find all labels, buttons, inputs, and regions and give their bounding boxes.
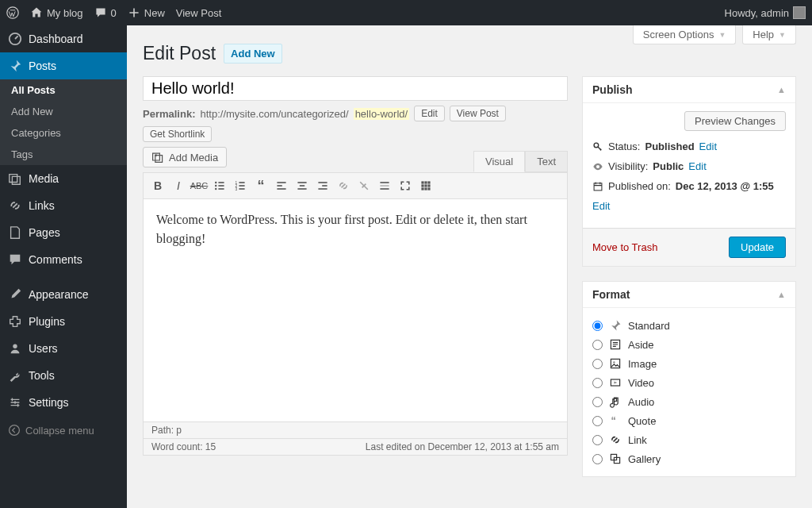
word-count: Word count: 15 (151, 441, 216, 452)
help-tab[interactable]: Help▼ (742, 25, 796, 44)
link-icon (8, 198, 22, 213)
format-option-quote[interactable]: “Quote (592, 411, 786, 430)
submenu-categories[interactable]: Categories (0, 122, 127, 144)
menu-plugins[interactable]: Plugins (0, 308, 127, 335)
edit-visibility-link[interactable]: Edit (688, 160, 706, 172)
blockquote-button[interactable]: “ (251, 176, 270, 195)
menu-comments[interactable]: Comments (0, 246, 127, 273)
status-row: Status: Published Edit (592, 140, 786, 152)
chevron-down-icon: ▼ (779, 31, 786, 39)
svg-rect-23 (318, 182, 327, 183)
wordpress-logo[interactable] (6, 6, 19, 19)
menu-users[interactable]: Users (0, 335, 127, 362)
more-button[interactable] (375, 176, 394, 195)
format-option-image[interactable]: Image (592, 354, 786, 373)
format-option-audio[interactable]: Audio (592, 392, 786, 411)
screen-options-tab[interactable]: Screen Options▼ (633, 25, 737, 44)
numbered-list-button[interactable]: 123 (231, 176, 250, 195)
menu-dashboard[interactable]: Dashboard (0, 25, 127, 52)
update-button[interactable]: Update (729, 237, 786, 258)
menu-media[interactable]: Media (0, 165, 127, 192)
svg-rect-18 (277, 185, 282, 187)
format-radio[interactable] (592, 435, 603, 445)
svg-rect-36 (424, 187, 427, 190)
format-radio[interactable] (592, 397, 603, 407)
italic-button[interactable]: I (169, 176, 188, 195)
bold-button[interactable]: B (148, 176, 167, 195)
fullscreen-button[interactable] (396, 176, 415, 195)
format-radio[interactable] (592, 359, 603, 369)
last-edited: Last edited on December 12, 2013 at 1:55… (366, 441, 559, 452)
publish-box: Publish ▲ Preview Changes Status: Publis… (582, 76, 796, 267)
format-radio[interactable] (592, 378, 603, 388)
text-tab[interactable]: Text (525, 151, 568, 172)
menu-posts[interactable]: Posts (0, 52, 127, 79)
collapse-menu[interactable]: Collapse menu (0, 416, 127, 444)
strike-button[interactable]: ABC (190, 176, 209, 195)
editor-footer: Word count: 15 Last edited on December 1… (144, 438, 567, 455)
format-option-link[interactable]: Link (592, 430, 786, 449)
bullet-list-button[interactable] (210, 176, 229, 195)
format-option-video[interactable]: Video (592, 373, 786, 392)
align-right-button[interactable] (313, 176, 332, 195)
svg-rect-12 (239, 182, 244, 183)
link-icon (609, 433, 622, 446)
menu-settings[interactable]: Settings (0, 389, 127, 416)
menu-pages[interactable]: Pages (0, 219, 127, 246)
editor: B I ABC 123 “ (143, 172, 568, 456)
align-left-button[interactable] (272, 176, 291, 195)
unlink-button[interactable] (354, 176, 373, 195)
svg-rect-22 (297, 188, 306, 190)
submenu-tags[interactable]: Tags (0, 144, 127, 165)
admin-bar: My blog 0 New View Post Howdy, admin (0, 0, 812, 25)
collapse-icon[interactable]: ▲ (777, 290, 786, 299)
svg-rect-26 (380, 182, 389, 183)
format-radio[interactable] (592, 340, 603, 350)
format-radio[interactable] (592, 321, 603, 331)
move-to-trash-link[interactable]: Move to Trash (592, 241, 657, 253)
view-post-button[interactable]: View Post (450, 106, 506, 121)
submenu-add-new[interactable]: Add New (0, 101, 127, 122)
format-radio[interactable] (592, 416, 603, 426)
page-icon (8, 225, 22, 240)
kitchen-sink-button[interactable] (416, 176, 435, 195)
media-icon (8, 171, 22, 186)
view-post-link[interactable]: View Post (176, 7, 222, 19)
comments-link[interactable]: 0 (94, 6, 117, 19)
aside-icon (609, 338, 622, 351)
format-option-standard[interactable]: Standard (592, 316, 786, 335)
editor-body[interactable]: Welcome to WordPress. This is your first… (144, 199, 567, 421)
svg-rect-28 (380, 188, 389, 190)
post-title-input[interactable] (151, 79, 559, 98)
account-link[interactable]: Howdy, admin (725, 6, 806, 19)
menu-tools[interactable]: Tools (0, 362, 127, 389)
new-link[interactable]: New (128, 6, 165, 19)
svg-rect-30 (424, 181, 427, 183)
svg-text:“: “ (611, 414, 615, 426)
site-link[interactable]: My blog (30, 6, 83, 19)
collapse-icon[interactable]: ▲ (777, 85, 786, 94)
menu-appearance[interactable]: Appearance (0, 281, 127, 308)
pin-icon (8, 59, 22, 73)
edit-date-link[interactable]: Edit (592, 200, 610, 212)
format-radio[interactable] (592, 454, 603, 464)
format-label: Audio (628, 396, 654, 408)
menu-links[interactable]: Links (0, 192, 127, 219)
format-option-aside[interactable]: Aside (592, 335, 786, 354)
standard-icon (609, 319, 622, 332)
add-new-button[interactable]: Add New (224, 44, 282, 64)
svg-rect-34 (427, 184, 430, 187)
svg-rect-6 (218, 182, 224, 183)
dashboard-icon (8, 32, 22, 46)
format-label: Video (628, 377, 654, 389)
get-shortlink-button[interactable]: Get Shortlink (143, 126, 212, 142)
submenu-all-posts[interactable]: All Posts (0, 79, 127, 101)
add-media-button[interactable]: Add Media (143, 147, 227, 167)
edit-permalink-button[interactable]: Edit (414, 106, 445, 121)
format-option-gallery[interactable]: Gallery (592, 449, 786, 468)
edit-status-link[interactable]: Edit (699, 140, 717, 152)
visual-tab[interactable]: Visual (473, 151, 525, 172)
link-button[interactable] (334, 176, 353, 195)
preview-changes-button[interactable]: Preview Changes (684, 111, 786, 131)
align-center-button[interactable] (293, 176, 312, 195)
